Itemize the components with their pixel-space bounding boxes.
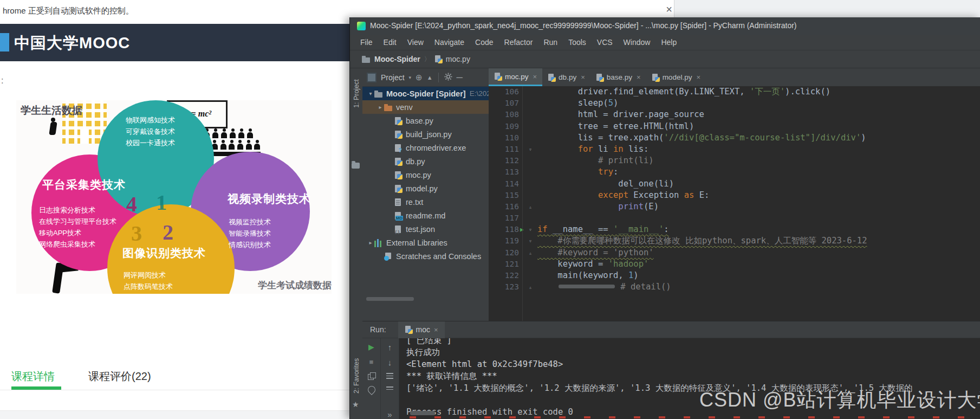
locate-file-icon[interactable]: ⊕: [416, 73, 423, 82]
editor-tab-db.py[interactable]: db.py×: [542, 68, 590, 86]
tree-item-model.py[interactable]: model.py: [362, 182, 489, 195]
chevron-down-icon[interactable]: ▾: [409, 75, 412, 80]
close-icon[interactable]: ×: [637, 73, 641, 81]
fold-column: ▵: [522, 281, 537, 293]
breadcrumb-project[interactable]: Mooc-Spider: [374, 55, 420, 63]
close-icon[interactable]: ×: [533, 73, 537, 81]
more-options-icon[interactable]: »: [387, 410, 392, 419]
tree-item-readme.md[interactable]: MDreadme.md: [362, 209, 489, 222]
breadcrumb-file[interactable]: moc.py: [446, 55, 470, 63]
tree-item-chromedriver.exe[interactable]: chromedriver.exe: [362, 141, 489, 154]
toolwindow-tab-project[interactable]: 1: Project: [353, 79, 360, 108]
tree-item-moc.py[interactable]: moc.py: [362, 168, 489, 182]
stop-button[interactable]: ■: [369, 358, 374, 366]
fold-column: ▵: [522, 201, 537, 212]
project-panel-title[interactable]: Project: [381, 73, 405, 82]
line-number: 110: [489, 132, 522, 144]
run-tab-moc[interactable]: moc ×: [398, 321, 445, 338]
menu-item-help[interactable]: Help: [656, 36, 682, 48]
tab-course-details[interactable]: 课程详情: [11, 369, 55, 384]
project-toolwindow-icon[interactable]: [352, 163, 360, 169]
up-stack-trace-icon[interactable]: ↑: [388, 343, 392, 352]
pycharm-titlebar[interactable]: Mooc-Spider [E:\2024_python_spark_neo4j_…: [350, 17, 980, 35]
code-text: html = driver.page_source: [537, 109, 980, 120]
fold-marker-icon[interactable]: ▵: [529, 247, 532, 259]
settings-gear-icon[interactable]: [444, 73, 452, 82]
rerun-button[interactable]: ▶: [368, 343, 374, 351]
person-silhouette-icon: [230, 128, 236, 138]
fold-marker-icon[interactable]: ▵: [529, 281, 532, 293]
close-icon[interactable]: ×: [434, 326, 438, 334]
fold-marker-icon[interactable]: ▿: [529, 144, 532, 155]
console-hscrollbar[interactable]: [410, 411, 435, 415]
collapse-all-icon[interactable]: ▲: [427, 74, 433, 81]
window-title: Mooc-Spider [E:\2024_python_spark_neo4j_…: [370, 21, 797, 30]
menu-item-tools[interactable]: Tools: [563, 36, 591, 48]
hide-panel-icon[interactable]: ─: [457, 73, 463, 82]
tree-item-venv[interactable]: ▸venv: [362, 100, 489, 114]
fold-marker-icon[interactable]: ▵: [529, 201, 532, 212]
close-icon[interactable]: ×: [696, 73, 700, 81]
tree-item-build_json.py[interactable]: build_json.py: [362, 127, 489, 141]
tree-item-label: Scratches and Consoles: [396, 252, 481, 261]
person-silhouette-icon: [221, 128, 227, 138]
menu-item-edit[interactable]: Edit: [379, 36, 401, 48]
tree-item-re.txt[interactable]: re.txt: [362, 195, 489, 209]
circle-items-pink: 日志搜索分析技术在线学习与管理平台技术移动APP技术网络爬虫采集技术: [39, 204, 116, 250]
expand-arrow-icon[interactable]: ▾: [367, 91, 374, 96]
code-text: try:: [537, 166, 980, 178]
editor-tab-moc.py[interactable]: moc.py×: [489, 68, 542, 86]
circle-items-teal: 物联网感知技术可穿戴设备技术校园一卡通技术: [126, 114, 175, 149]
menu-item-code[interactable]: Code: [470, 36, 498, 48]
tab-course-reviews[interactable]: 课程评价(22): [88, 369, 151, 384]
editor-tab-base.py[interactable]: base.py×: [590, 68, 646, 86]
project-panel-hscrollbar[interactable]: [366, 297, 414, 301]
menu-item-file[interactable]: File: [355, 36, 378, 48]
circle-number-purple: 2: [163, 220, 173, 245]
expand-arrow-icon[interactable]: ▸: [377, 104, 384, 110]
code-editor[interactable]: 106 driver.find_element(By.LINK_TEXT, '下…: [489, 86, 980, 321]
tech-item: 点阵数码笔技术: [124, 281, 173, 292]
menu-item-window[interactable]: Window: [619, 36, 656, 48]
tree-item-test.json[interactable]: test.json: [362, 222, 489, 236]
favorites-star-icon[interactable]: ★: [352, 400, 359, 409]
tree-item-base.py[interactable]: base.py: [362, 114, 489, 127]
line-number: 115: [489, 190, 522, 201]
tree-item-label: base.py: [406, 117, 433, 125]
toolwindow-tab-favorites[interactable]: 2: Favorites: [353, 358, 360, 394]
tree-item-mooc-spider[interactable]: ▾Mooc-Spider [Spider]E:\202: [362, 87, 489, 100]
tech-item: 智能录播技术: [229, 228, 271, 239]
person-silhouette-icon: [246, 140, 252, 150]
menu-item-navigate[interactable]: Navigate: [430, 36, 469, 48]
scroll-to-end-icon[interactable]: [386, 385, 393, 390]
down-stack-trace-icon[interactable]: ↓: [388, 358, 392, 367]
person-silhouette-icon: [254, 140, 260, 150]
menu-item-refactor[interactable]: Refactor: [499, 36, 538, 48]
fold-marker-icon[interactable]: ▿: [529, 235, 532, 247]
mooc-brand-title[interactable]: 中国大学MOOC: [14, 33, 130, 54]
menu-item-vcs[interactable]: VCS: [592, 36, 618, 48]
tree-item-scratches[interactable]: Scratches and Consoles: [362, 249, 489, 263]
menu-item-run[interactable]: Run: [538, 36, 562, 48]
menu-item-view[interactable]: View: [403, 36, 429, 48]
restore-layout-icon[interactable]: [368, 372, 375, 379]
mooc-logo-icon: [0, 33, 9, 51]
csdn-watermark: CSDN @B站计算机毕业设计大学: [699, 387, 980, 414]
tech-item: 在线学习与管理平台技术: [39, 216, 116, 227]
file-type-icon-lib: [374, 238, 383, 247]
soft-wrap-icon[interactable]: [386, 373, 393, 379]
fold-column: ▶▿: [522, 224, 537, 235]
tree-item-external[interactable]: ▸External Libraries: [362, 236, 489, 249]
tree-item-label: test.json: [406, 225, 435, 234]
pin-tab-icon[interactable]: [366, 384, 377, 395]
close-icon[interactable]: ×: [581, 73, 585, 81]
fold-marker-icon[interactable]: ▿: [529, 224, 532, 235]
editor-tab-model.py[interactable]: model.py×: [646, 68, 706, 86]
circle-number-pink: 4: [126, 191, 137, 217]
editor-hscrollbar[interactable]: [559, 285, 615, 288]
code-line-107: 107 sleep(5): [489, 98, 980, 109]
expand-arrow-icon[interactable]: ▸: [367, 240, 374, 246]
tree-item-db.py[interactable]: db.py: [362, 154, 489, 168]
tech-item: 校园一卡通技术: [126, 137, 175, 149]
fold-column: [522, 155, 537, 166]
